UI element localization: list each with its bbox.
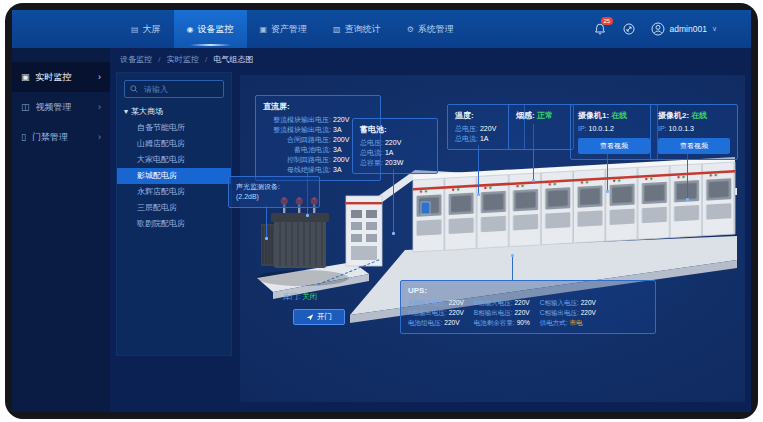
user-menu[interactable]: admin001 ∨ bbox=[651, 22, 717, 36]
tree-item[interactable]: 永辉店配电房 bbox=[117, 184, 231, 200]
chevron-down-icon: ∨ bbox=[712, 25, 717, 33]
video-icon: ◫ bbox=[21, 102, 30, 112]
field-value: 220V bbox=[333, 116, 349, 123]
leader-line bbox=[266, 206, 267, 238]
tree-search-box[interactable] bbox=[124, 80, 224, 98]
camera2-status: 在线 bbox=[691, 111, 707, 120]
ups-phase-c: C相输入电压:220V C相输出电压:220V 供电方式:市电 bbox=[540, 298, 596, 328]
field-value: 220V bbox=[515, 299, 530, 306]
field-label: A相输出电压: bbox=[408, 309, 447, 316]
camera1-label: 摄像机1: bbox=[578, 111, 609, 120]
fullscreen-button[interactable] bbox=[622, 22, 636, 36]
callout-title: 摄像机1: 在线 bbox=[578, 110, 650, 121]
tree-item[interactable]: 大家电配电房 bbox=[117, 152, 231, 168]
left-sidebar: ▣ 实时监控 › ◫ 视频管理 › ▯ 门禁管理 › bbox=[12, 48, 110, 412]
breadcrumb: 设备监控 / 实时监控 / 电气组态图 bbox=[120, 54, 253, 65]
field-label: 合闸回路电压: bbox=[263, 135, 331, 145]
open-door-label: 开门 bbox=[317, 312, 332, 322]
field-value: 220V bbox=[581, 309, 596, 316]
leader-dot bbox=[392, 232, 395, 235]
open-door-icon bbox=[306, 313, 314, 321]
callout-camera2: 摄像机2: 在线 IP:10.0.1.3 查看视频 bbox=[650, 104, 738, 160]
door-label: 库门: bbox=[283, 292, 300, 301]
field-label: 整流模块输出电流: bbox=[263, 125, 331, 135]
view-video-button[interactable]: 查看视频 bbox=[578, 138, 650, 154]
door-control: 库门: 关闭 开门 bbox=[283, 292, 345, 325]
field-value: 220V bbox=[515, 309, 530, 316]
callout-title: 烟感: 正常 bbox=[516, 110, 566, 121]
field-label: 蓄电池电流: bbox=[263, 145, 331, 155]
fullscreen-icon bbox=[623, 23, 635, 35]
field-value: 市电 bbox=[570, 319, 583, 326]
breadcrumb-item[interactable]: 设备监控 bbox=[120, 55, 152, 64]
device-monitor-icon: ◉ bbox=[187, 25, 194, 34]
main-nav: ▤ 大屏 ◉ 设备监控 ▣ 资产管理 ▧ 查询统计 ⚙ 系统管理 bbox=[118, 10, 467, 48]
leader-dot bbox=[686, 198, 689, 201]
tab-asset-management[interactable]: ▣ 资产管理 bbox=[247, 10, 321, 48]
camera1-status: 在线 bbox=[611, 111, 627, 120]
field-label: 电池剩余容量: bbox=[474, 319, 515, 326]
field-value: 3A bbox=[333, 146, 342, 153]
sound-monitor-label: 声光监测设备: bbox=[236, 182, 312, 192]
field-value: 220V bbox=[480, 125, 496, 132]
tree-item[interactable]: 三层配电房 bbox=[117, 200, 231, 216]
tree-item[interactable]: 山姆店配电房 bbox=[117, 136, 231, 152]
tab-device-monitor[interactable]: ◉ 设备监控 bbox=[174, 10, 247, 48]
field-label: A相输入电压: bbox=[408, 299, 447, 306]
sound-monitor-value: (2.2dB) bbox=[236, 192, 312, 202]
tree-collapse-arrow-icon[interactable]: ▾ bbox=[124, 107, 128, 116]
asset-icon: ▣ bbox=[260, 25, 268, 34]
leader-dot bbox=[532, 179, 535, 182]
tab-query-statistics[interactable]: ▧ 查询统计 bbox=[320, 10, 394, 48]
bigscreen-icon: ▤ bbox=[131, 25, 139, 34]
callout-ups: UPS: A相输入电压:220V A相输出电压:220V 电池组电压:220V … bbox=[400, 280, 656, 334]
leader-dot bbox=[477, 193, 480, 196]
callout-smoke-sensor: 烟感: 正常 bbox=[508, 104, 574, 150]
ups-phase-a: A相输入电压:220V A相输出电压:220V 电池组电压:220V bbox=[408, 298, 464, 328]
view-video-button[interactable]: 查看视频 bbox=[658, 138, 730, 154]
search-icon bbox=[130, 85, 138, 93]
field-value: 1A bbox=[385, 149, 394, 156]
field-label: 供电方式: bbox=[540, 319, 568, 326]
smoke-label: 烟感: bbox=[516, 111, 535, 120]
breadcrumb-item[interactable]: 实时监控 bbox=[167, 55, 199, 64]
sidebar-item-realtime-monitor[interactable]: ▣ 实时监控 › bbox=[12, 62, 110, 92]
tab-label: 设备监控 bbox=[198, 23, 234, 36]
chevron-right-icon: › bbox=[98, 132, 101, 142]
tab-bigscreen[interactable]: ▤ 大屏 bbox=[118, 10, 174, 48]
ip-label: IP: bbox=[578, 125, 587, 132]
alarm-count-badge: 25 bbox=[601, 17, 614, 25]
tab-system-management[interactable]: ⚙ 系统管理 bbox=[394, 10, 467, 48]
chevron-right-icon: › bbox=[98, 102, 101, 112]
door-access-icon: ▯ bbox=[21, 132, 26, 142]
tree-item-selected[interactable]: 影城配电房 bbox=[117, 168, 231, 184]
header-right-tools: 25 admin001 ∨ bbox=[593, 22, 751, 36]
tree-item[interactable]: 自备节能电所 bbox=[117, 120, 231, 136]
open-door-button[interactable]: 开门 bbox=[293, 309, 345, 325]
callout-sound-monitor: 声光监测设备: (2.2dB) bbox=[228, 176, 320, 208]
username: admin001 bbox=[670, 24, 707, 34]
field-label: 总电压: bbox=[360, 139, 383, 146]
alarm-bell-button[interactable]: 25 bbox=[593, 22, 607, 36]
field-value: 200V bbox=[333, 156, 349, 163]
breadcrumb-separator: / bbox=[158, 55, 160, 64]
sidebar-item-label: 视频管理 bbox=[36, 101, 72, 114]
sidebar-item-label: 门禁管理 bbox=[32, 131, 68, 144]
field-label: 总电流: bbox=[455, 135, 478, 142]
tree-item[interactable]: 歌剧院配电房 bbox=[117, 216, 231, 232]
tree-root-node[interactable]: ▾ 某大商场 bbox=[117, 104, 231, 120]
field-label: 母线绝缘电流: bbox=[263, 165, 331, 175]
app-window: ▤ 大屏 ◉ 设备监控 ▣ 资产管理 ▧ 查询统计 ⚙ 系统管理 bbox=[12, 10, 751, 412]
leader-dot bbox=[606, 190, 609, 193]
tab-label: 查询统计 bbox=[345, 23, 381, 36]
user-avatar-icon bbox=[651, 22, 665, 36]
field-label: 控制回路电压: bbox=[263, 155, 331, 165]
field-value: 3A bbox=[333, 166, 342, 173]
ip-value: 10.0.1.2 bbox=[589, 125, 614, 132]
breadcrumb-separator: / bbox=[205, 55, 207, 64]
field-value: 220V bbox=[444, 319, 459, 326]
search-input[interactable] bbox=[142, 84, 218, 95]
field-value: 200V bbox=[333, 136, 349, 143]
sidebar-item-access-control[interactable]: ▯ 门禁管理 › bbox=[12, 122, 110, 152]
sidebar-item-video-management[interactable]: ◫ 视频管理 › bbox=[12, 92, 110, 122]
